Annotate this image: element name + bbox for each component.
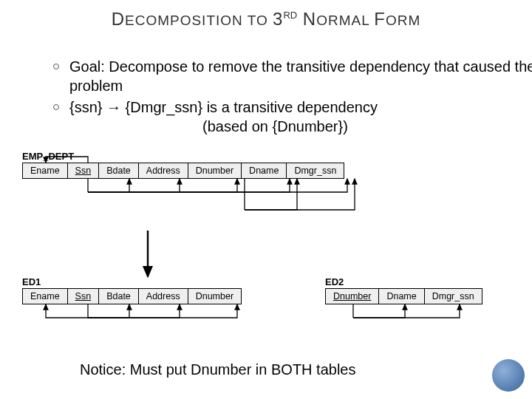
bullet-2: {ssn} → {Dmgr_ssn} is a transitive depen… xyxy=(53,98,532,136)
bullet-list: Goal: Decompose to remove the transitive… xyxy=(24,58,532,139)
bullet-1: Goal: Decompose to remove the transitive… xyxy=(53,58,532,95)
notice-text: Notice: Must put Dnumber in BOTH tables xyxy=(80,361,355,378)
globe-icon xyxy=(492,359,525,392)
bullet-2-text: {ssn} → {Dmgr_ssn} is a transitive depen… xyxy=(69,99,378,115)
title-text: DECOMPOSITION TO 3RD NORMAL FORM xyxy=(112,9,421,29)
slide-title: DECOMPOSITION TO 3RD NORMAL FORM xyxy=(0,9,532,30)
slide: DECOMPOSITION TO 3RD NORMAL FORM Goal: D… xyxy=(0,0,532,399)
bullet-2-sub: (based on {Dnumber}) xyxy=(69,117,532,137)
bullet-1-text: Goal: Decompose to remove the transitive… xyxy=(69,58,532,94)
diagram: EMP_DEPT Ename Ssn Bdate Address Dnumber… xyxy=(15,151,517,350)
dependency-arrows xyxy=(15,151,517,350)
